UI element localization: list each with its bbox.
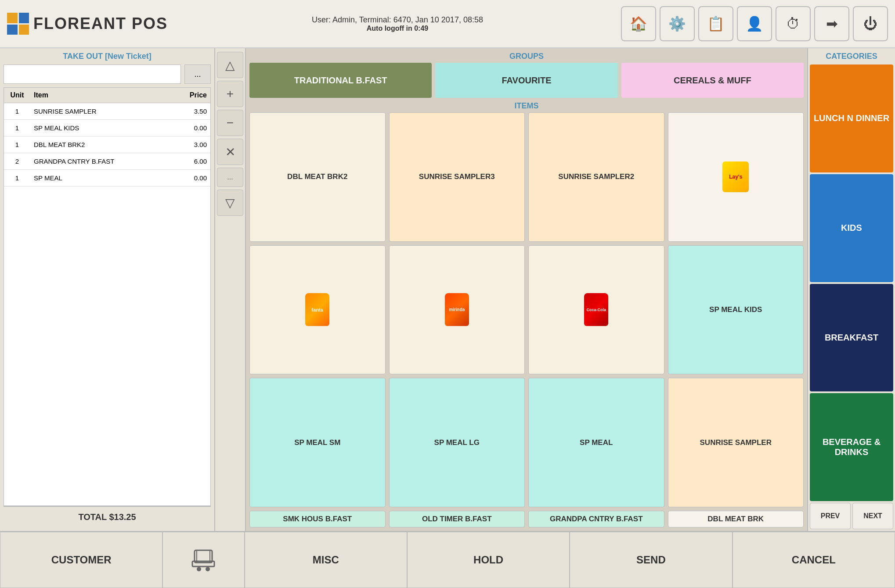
down-arrow-button[interactable]: ▽ xyxy=(217,190,243,216)
table-row[interactable]: 1 SUNRISE SAMPLER 3.50 xyxy=(4,103,210,120)
ticket-input[interactable] xyxy=(4,65,181,84)
autologoff-text: Auto logoff in 0:49 xyxy=(183,25,612,32)
tools-button[interactable]: ⚙️ xyxy=(660,6,695,41)
cancel-button[interactable]: CANCEL xyxy=(733,532,895,588)
cola-icon: Coca‑Cola xyxy=(584,293,608,326)
items-label: ITEMS xyxy=(249,101,804,111)
header-buttons: 🏠 ⚙️ 📋 👤 ⏱ ➡ ⏻ xyxy=(621,6,888,41)
send-button[interactable]: SEND xyxy=(570,532,732,588)
row-price: 0.00 xyxy=(175,170,210,186)
row-price: 0.00 xyxy=(175,120,210,136)
item-smk-hous[interactable]: SMK HOUS B.FAST xyxy=(249,511,386,527)
total-row: TOTAL $13.25 xyxy=(4,506,211,527)
cat-prev-button[interactable]: PREV xyxy=(810,503,851,529)
timer-button[interactable]: ⏱ xyxy=(776,6,811,41)
item-sunrise-sampler3[interactable]: SUNRISE SAMPLER3 xyxy=(389,112,525,242)
user-info: User: Admin, Terminal: 6470, Jan 10 2017… xyxy=(183,15,612,25)
item-grandpa-cntry[interactable]: GRANDPA CNTRY B.FAST xyxy=(528,511,664,527)
col-header-price: Price xyxy=(175,88,210,103)
groups-section: GROUPS TRADITIONAL B.FAST FAVOURITE CERE… xyxy=(249,52,804,98)
add-button[interactable]: + xyxy=(217,81,243,107)
groups-row: TRADITIONAL B.FAST FAVOURITE CEREALS & M… xyxy=(249,63,804,98)
svg-point-5 xyxy=(206,567,210,571)
fanta-icon: fanta xyxy=(305,293,329,326)
cat-next-button[interactable]: NEXT xyxy=(852,503,893,529)
item-dbl-meat-brk2[interactable]: DBL MEAT BRK2 xyxy=(249,112,386,242)
items-grid: DBL MEAT BRK2 SUNRISE SAMPLER3 SUNRISE S… xyxy=(249,112,804,527)
row-item: DBL MEAT BRK2 xyxy=(30,136,175,153)
cart-button[interactable] xyxy=(162,532,244,588)
more-button[interactable]: ... xyxy=(217,168,243,187)
user-settings-button[interactable]: 👤 xyxy=(737,6,772,41)
cart-icon xyxy=(190,548,217,572)
row-unit: 2 xyxy=(4,153,30,170)
col-header-item: Item xyxy=(30,88,175,103)
col-header-unit: Unit xyxy=(4,88,30,103)
item-fanta[interactable]: fanta xyxy=(249,245,386,375)
group-favourite[interactable]: FAVOURITE xyxy=(435,63,617,98)
row-unit: 1 xyxy=(4,136,30,153)
row-unit: 1 xyxy=(4,120,30,136)
table-row[interactable]: 1 DBL MEAT BRK2 3.00 xyxy=(4,136,210,153)
cat-breakfast[interactable]: BREAKFAST xyxy=(810,284,893,392)
ticket-title: TAKE OUT [New Ticket] xyxy=(4,52,211,61)
row-unit: 1 xyxy=(4,103,30,120)
categories-panel: CATEGORIES LUNCH N DINNER KIDS BREAKFAST… xyxy=(807,48,895,531)
logo-icon xyxy=(7,13,29,35)
group-traditional[interactable]: TRADITIONAL B.FAST xyxy=(249,63,432,98)
subtract-button[interactable]: − xyxy=(217,110,243,136)
item-old-timer[interactable]: OLD TIMER B.FAST xyxy=(389,511,525,527)
table-row[interactable]: 1 SP MEAL 0.00 xyxy=(4,170,210,186)
header: FLOREANT POS User: Admin, Terminal: 6470… xyxy=(0,0,895,48)
ticket-dots-button[interactable]: ... xyxy=(184,65,211,84)
main-content: TAKE OUT [New Ticket] ... Unit Item Pric… xyxy=(0,48,895,531)
cat-beverage[interactable]: BEVERAGE & DRINKS xyxy=(810,393,893,501)
order-controls: △ + − ✕ ... ▽ xyxy=(215,48,246,531)
delete-button[interactable]: ✕ xyxy=(217,139,243,165)
left-panel: TAKE OUT [New Ticket] ... Unit Item Pric… xyxy=(0,48,215,531)
customer-button[interactable]: CUSTOMER xyxy=(0,532,162,588)
order-table: Unit Item Price 1 SUNRISE SAMPLER 3.50 1… xyxy=(4,87,211,506)
mirinda-icon: mirinda xyxy=(445,293,469,326)
cat-lunch-dinner[interactable]: LUNCH N DINNER xyxy=(810,65,893,172)
row-item: GRANDPA CNTRY B.FAST xyxy=(30,153,175,170)
cat-nav-row: PREV NEXT xyxy=(810,503,893,529)
cat-kids[interactable]: KIDS xyxy=(810,174,893,282)
ticket-input-row: ... xyxy=(4,65,211,84)
item-sunrise-sampler[interactable]: SUNRISE SAMPLER xyxy=(668,378,804,507)
categories-label: CATEGORIES xyxy=(810,50,893,63)
item-sp-meal-sm[interactable]: SP MEAL SM xyxy=(249,378,386,507)
table-row[interactable]: 2 GRANDPA CNTRY B.FAST 6.00 xyxy=(4,153,210,170)
misc-button[interactable]: MISC xyxy=(245,532,407,588)
header-info: User: Admin, Terminal: 6470, Jan 10 2017… xyxy=(183,15,612,32)
hold-button[interactable]: HOLD xyxy=(407,532,570,588)
row-item: SP MEAL KIDS xyxy=(30,120,175,136)
row-item: SP MEAL xyxy=(30,170,175,186)
row-price: 6.00 xyxy=(175,153,210,170)
orders-button[interactable]: 📋 xyxy=(698,6,733,41)
group-cereals[interactable]: CEREALS & MUFF xyxy=(621,63,804,98)
logo-text: FLOREANT POS xyxy=(33,14,168,33)
item-sp-meal-kids[interactable]: SP MEAL KIDS xyxy=(668,245,804,375)
items-section: ITEMS DBL MEAT BRK2 SUNRISE SAMPLER3 SUN… xyxy=(249,101,804,527)
item-dbl-meat-brk[interactable]: DBL MEAT BRK xyxy=(668,511,804,527)
table-row[interactable]: 1 SP MEAL KIDS 0.00 xyxy=(4,120,210,136)
item-sunrise-sampler2[interactable]: SUNRISE SAMPLER2 xyxy=(528,112,664,242)
chips-icon: Lay's xyxy=(722,161,749,192)
item-cola[interactable]: Coca‑Cola xyxy=(528,245,664,375)
up-arrow-button[interactable]: △ xyxy=(217,52,243,78)
transfer-button[interactable]: ➡ xyxy=(814,6,849,41)
item-sp-meal[interactable]: SP MEAL xyxy=(528,378,664,507)
item-sp-meal-lg[interactable]: SP MEAL LG xyxy=(389,378,525,507)
home-button[interactable]: 🏠 xyxy=(621,6,656,41)
row-item: SUNRISE SAMPLER xyxy=(30,103,175,120)
power-button[interactable]: ⏻ xyxy=(853,6,888,41)
center-panel: GROUPS TRADITIONAL B.FAST FAVOURITE CERE… xyxy=(246,48,807,531)
row-price: 3.50 xyxy=(175,103,210,120)
row-unit: 1 xyxy=(4,170,30,186)
item-chips[interactable]: Lay's xyxy=(668,112,804,242)
item-mirinda[interactable]: mirinda xyxy=(389,245,525,375)
groups-label: GROUPS xyxy=(249,52,804,61)
bottom-bar: CUSTOMER MISC HOLD SEND CANCEL xyxy=(0,531,895,588)
row-price: 3.00 xyxy=(175,136,210,153)
